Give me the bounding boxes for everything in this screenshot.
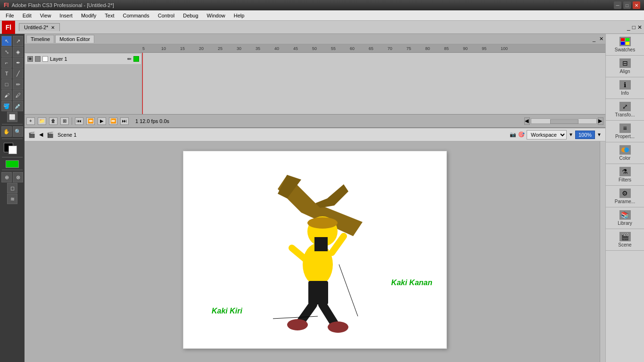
- right-panel-transform[interactable]: ⤢ Transfo...: [606, 99, 644, 121]
- chevron-down-icon[interactable]: ▼: [569, 132, 573, 137]
- menu-modify[interactable]: Modify: [77, 12, 100, 19]
- tab-min-icon[interactable]: _: [627, 24, 630, 31]
- right-panel-info[interactable]: ℹ Info: [606, 77, 644, 99]
- layer-name[interactable]: Layer 1: [50, 56, 125, 62]
- right-panel-align[interactable]: ⊟ Align: [606, 56, 644, 77]
- menu-commands[interactable]: Commands: [119, 12, 153, 19]
- timeline-minimize-icon[interactable]: _: [593, 36, 595, 42]
- title-bar: Fl Adobe Flash CS3 Professional - [Untit…: [0, 0, 644, 10]
- paintbucket-tool[interactable]: 🪣: [1, 101, 12, 111]
- right-panel-filters[interactable]: ⚗ Filters: [606, 164, 644, 186]
- step-forward-button[interactable]: ⏩: [109, 117, 117, 125]
- layer-row[interactable]: 👁 Layer 1 ✏: [25, 54, 141, 64]
- frames-area[interactable]: [142, 53, 605, 114]
- extra-tool1[interactable]: ◻: [7, 183, 17, 193]
- tab-close2-icon[interactable]: ✕: [637, 24, 642, 31]
- layer-pencil-icon[interactable]: ✏: [127, 56, 132, 62]
- timeline-tab[interactable]: Timeline: [26, 35, 54, 43]
- line-tool[interactable]: ╱: [13, 68, 23, 79]
- right-panel-swatches[interactable]: Swatches: [606, 34, 644, 56]
- text-tool[interactable]: T: [1, 68, 12, 79]
- pen-tool[interactable]: ✒: [13, 58, 23, 68]
- zoom-dropdown-icon[interactable]: ▼: [597, 132, 602, 137]
- layer-visibility-icon[interactable]: 👁: [27, 56, 33, 62]
- step-back-button[interactable]: ⏪: [86, 117, 95, 125]
- tab-max-icon[interactable]: □: [632, 24, 636, 31]
- app-title: Adobe Flash CS3 Professional - [Untitled…: [12, 2, 114, 8]
- arrow-tool[interactable]: ↖: [1, 36, 12, 46]
- menu-text[interactable]: Text: [101, 12, 118, 19]
- ruler-mark: 45: [293, 46, 312, 51]
- ruler-mark: 80: [425, 46, 444, 51]
- menu-help[interactable]: Help: [230, 12, 248, 19]
- menu-view[interactable]: View: [36, 12, 55, 19]
- workspace-select[interactable]: Workspace: [527, 130, 567, 140]
- extra-tool2[interactable]: ≋: [7, 194, 17, 204]
- pencil-tool[interactable]: ✏: [13, 79, 23, 90]
- svg-rect-4: [626, 38, 629, 41]
- ruler-mark: 40: [274, 46, 293, 51]
- hand-tool[interactable]: ✋: [1, 126, 12, 137]
- tl-btn4[interactable]: ⊞: [60, 117, 69, 125]
- tab-close-icon[interactable]: ✕: [51, 25, 55, 30]
- brush-tool[interactable]: 🖌: [1, 90, 12, 100]
- free-transform-tool[interactable]: ⤡: [1, 47, 12, 57]
- eyedropper-tool[interactable]: 💉: [13, 101, 23, 111]
- scroll-track[interactable]: [531, 118, 597, 124]
- tool-row-4: T ╱: [1, 68, 23, 79]
- zoom-tool[interactable]: 🔍: [13, 126, 23, 137]
- right-panel-parameters[interactable]: ⚙ Parame...: [606, 186, 644, 207]
- lasso-tool[interactable]: ⌐: [1, 58, 12, 68]
- play-end-button[interactable]: ⏭: [120, 117, 129, 125]
- maximize-button[interactable]: □: [623, 1, 631, 9]
- zoom-display[interactable]: 100%: [575, 131, 595, 139]
- rect-tool[interactable]: □: [1, 79, 12, 90]
- scene-nav-back[interactable]: ◀: [39, 132, 43, 138]
- right-panel-library[interactable]: 📚 Library: [606, 207, 644, 229]
- timeline-tabs: Timeline Motion Editor: [26, 35, 94, 43]
- menu-control[interactable]: Control: [154, 12, 178, 19]
- stage-scrollbar[interactable]: [600, 141, 605, 362]
- right-panel-properties[interactable]: ≡ Propert...: [606, 121, 644, 142]
- fill-color[interactable]: [8, 146, 17, 154]
- tool-row-7: 🪣 💉: [1, 101, 23, 111]
- right-panel-color[interactable]: Color: [606, 142, 644, 164]
- tools-panel: ↖ ↗ ⤡ ◈ ⌐ ✒ T ╱ □ ✏ 🖌 🖊 🪣 💉 ⬜: [0, 34, 25, 362]
- add-folder-button[interactable]: 📁: [38, 117, 46, 125]
- scroll-left-btn[interactable]: ◀: [524, 117, 530, 125]
- eraser-tool[interactable]: ⬜: [7, 112, 17, 122]
- ruler-mark: 100: [501, 46, 520, 51]
- menu-edit[interactable]: Edit: [19, 12, 35, 19]
- title-bar-controls[interactable]: ─ □ ✕: [614, 1, 640, 9]
- layer-lock-icon[interactable]: [35, 56, 41, 62]
- document-tab[interactable]: Untitled-2* ✕: [19, 23, 60, 31]
- transform-label: Transfo...: [615, 112, 635, 117]
- right-panel-scene[interactable]: 🎬 Scene: [606, 229, 644, 251]
- library-icon: 📚: [619, 210, 631, 220]
- scroll-thumb[interactable]: [550, 119, 578, 124]
- menu-file[interactable]: File: [2, 12, 18, 19]
- motion-editor-tab[interactable]: Motion Editor: [55, 35, 94, 43]
- menu-insert[interactable]: Insert: [56, 12, 76, 19]
- stroke-color-box[interactable]: [2, 141, 23, 155]
- scroll-right-btn[interactable]: ▶: [598, 117, 603, 125]
- parameters-label: Parame...: [615, 199, 635, 204]
- gradient-tool[interactable]: ◈: [13, 47, 23, 57]
- inkbottle-tool[interactable]: 🖊: [13, 90, 23, 100]
- menu-window[interactable]: Window: [203, 12, 229, 19]
- close-button[interactable]: ✕: [633, 1, 640, 9]
- layer-outline-icon[interactable]: [42, 56, 48, 62]
- minimize-button[interactable]: ─: [614, 1, 621, 9]
- subselect-tool[interactable]: ↗: [13, 36, 23, 46]
- delete-layer-button[interactable]: 🗑: [49, 117, 58, 125]
- tool-row-3: ⌐ ✒: [1, 58, 23, 68]
- current-color-green[interactable]: [6, 160, 19, 168]
- bind-tool[interactable]: ⊗: [13, 172, 23, 182]
- timeline-close-icon[interactable]: ✕: [599, 36, 603, 42]
- play-back-button[interactable]: ⏮: [75, 117, 83, 125]
- play-button[interactable]: ▶: [98, 117, 106, 125]
- menu-debug[interactable]: Debug: [179, 12, 202, 19]
- snap-icon[interactable]: 🎯: [518, 132, 525, 138]
- bone-tool[interactable]: ⊕: [1, 172, 12, 182]
- add-layer-button[interactable]: +: [26, 117, 35, 125]
